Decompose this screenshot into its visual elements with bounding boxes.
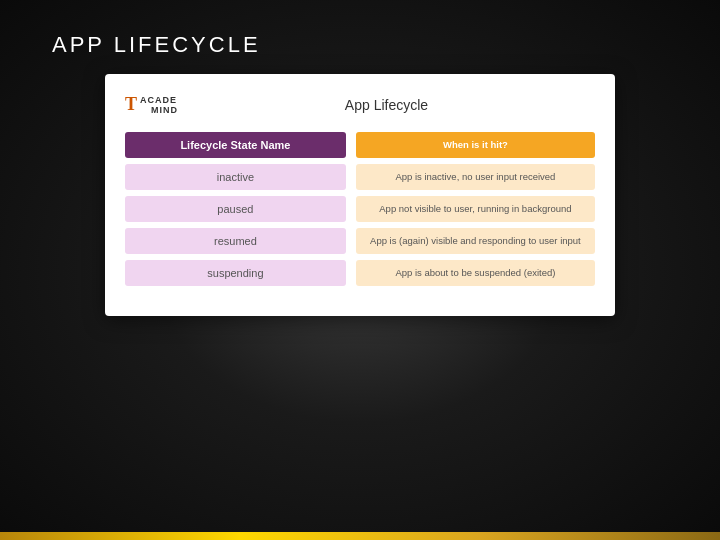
state-inactive: inactive <box>125 164 346 190</box>
table-row: suspending App is about to be suspended … <box>125 260 595 286</box>
card-container: T ACADE MIND App Lifecycle Lifecycle Sta… <box>0 74 720 316</box>
logo-mind: MIND <box>151 105 178 116</box>
card-title: App Lifecycle <box>178 97 595 113</box>
desc-suspending: App is about to be suspended (exited) <box>356 260 595 286</box>
slide-title: APP LIFECYCLE <box>0 0 261 74</box>
header-cell-left: Lifecycle State Name <box>125 132 346 158</box>
table-header-row: Lifecycle State Name When is it hit? <box>125 132 595 158</box>
state-suspending: suspending <box>125 260 346 286</box>
table-row: resumed App is (again) visible and respo… <box>125 228 595 254</box>
table-row: paused App not visible to user, running … <box>125 196 595 222</box>
state-paused: paused <box>125 196 346 222</box>
desc-resumed: App is (again) visible and responding to… <box>356 228 595 254</box>
state-resumed: resumed <box>125 228 346 254</box>
table-row: inactive App is inactive, no user input … <box>125 164 595 190</box>
card: T ACADE MIND App Lifecycle Lifecycle Sta… <box>105 74 615 316</box>
logo-area: T ACADE MIND <box>125 94 178 116</box>
logo-acade: ACADE <box>140 96 178 105</box>
gold-bar-decoration <box>0 532 720 540</box>
desc-inactive: App is inactive, no user input received <box>356 164 595 190</box>
header-cell-right: When is it hit? <box>356 132 595 158</box>
desc-paused: App not visible to user, running in back… <box>356 196 595 222</box>
logo-t-icon: T <box>125 94 137 115</box>
table-area: Lifecycle State Name When is it hit? ina… <box>125 132 595 286</box>
card-header: T ACADE MIND App Lifecycle <box>125 94 595 116</box>
